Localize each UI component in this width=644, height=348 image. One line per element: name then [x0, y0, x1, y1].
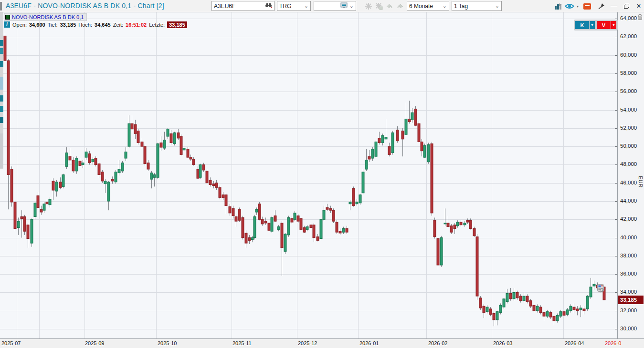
candle-up: [499, 305, 502, 312]
candle-up: [253, 217, 256, 238]
candle-down: [313, 225, 315, 238]
price-axis-tick-label: 64,000: [620, 15, 637, 21]
time-axis-tick-label: 2025-12: [298, 340, 317, 346]
candle-down: [553, 316, 555, 321]
candle-up: [496, 312, 498, 320]
indicator-new-icon[interactable]: [364, 1, 373, 11]
close-button[interactable]: ×: [634, 1, 644, 11]
candles[interactable]: [4, 33, 605, 327]
indicator-add-icon[interactable]: [374, 1, 384, 11]
last-price-axis-tag: 33,185: [618, 296, 644, 304]
candle-up: [31, 219, 33, 243]
candle-down: [460, 222, 462, 225]
low-label: Tief:: [48, 22, 58, 28]
candle-up: [271, 217, 273, 231]
redo-icon[interactable]: [395, 1, 405, 11]
open-label: Open:: [12, 22, 27, 28]
template-select[interactable]: ⌄: [314, 1, 356, 11]
candlestick-chart[interactable]: [0, 0, 644, 348]
candle-up: [570, 306, 572, 311]
candle-up: [546, 312, 549, 317]
candle-down: [52, 181, 54, 190]
price-axis-tick-label: 56,000: [620, 88, 637, 94]
low-value: 33,185: [60, 22, 76, 28]
time-axis[interactable]: 2025-072025-092025-102025-112025-122026-…: [0, 338, 644, 348]
unlock-icon[interactable]: [637, 14, 643, 22]
candle-down: [72, 160, 74, 171]
period-select[interactable]: 6 Monate ⌄: [407, 1, 449, 11]
candle-up: [391, 133, 394, 153]
candle-down: [177, 133, 179, 138]
feed-select[interactable]: TRG ⌄: [277, 1, 311, 11]
candle-down: [281, 223, 283, 248]
candle-down: [317, 237, 319, 241]
candle-down: [40, 209, 42, 212]
binoculars-icon[interactable]: [265, 2, 272, 10]
feed-value: TRG: [279, 3, 302, 10]
candle-down: [242, 217, 244, 237]
sell-button[interactable]: V: [597, 21, 611, 29]
candle-up: [118, 169, 120, 173]
edge-toolbar-fragment: [0, 40, 3, 46]
left-edge-toolbar[interactable]: [0, 12, 3, 169]
open-value: 34,600: [29, 22, 45, 28]
symbol-search-input[interactable]: A3EU6F: [211, 1, 274, 11]
candle-up: [464, 223, 466, 225]
time-axis-tick-label: 2025-10: [158, 340, 177, 346]
quote-infobar: i Open: 34,600 Tief: 33,185 Hoch: 34,645…: [4, 21, 187, 28]
sell-options-caret[interactable]: ▼: [611, 21, 616, 29]
candle-down: [235, 217, 237, 222]
chart-object-zoom-icon[interactable]: [597, 284, 604, 294]
candle-down: [197, 169, 199, 178]
eye-options-caret[interactable]: ▾: [575, 1, 581, 11]
candle-down: [37, 196, 39, 208]
candle-up: [62, 174, 64, 186]
candle-up: [320, 219, 322, 238]
chart-type-icon[interactable]: [554, 1, 563, 11]
time-axis-tick-label: 2026-02: [428, 340, 447, 346]
pin-icon[interactable]: [597, 1, 606, 11]
price-axis-tick-label: 46,000: [620, 180, 637, 185]
candle-up: [65, 153, 68, 167]
price-axis-tick-label: 34,000: [620, 289, 637, 295]
candle-down: [21, 217, 23, 219]
series-legend[interactable]: NOVO-NORDISK AS B DK 0,1: [4, 13, 87, 21]
candle-down: [388, 146, 391, 154]
price-axis-tick-label: 50,000: [620, 143, 637, 149]
candle-up: [49, 199, 51, 205]
undo-icon[interactable]: [385, 1, 394, 11]
price-axis-tick-label: 44,000: [620, 198, 637, 204]
candle-down: [454, 225, 456, 229]
edge-toolbar-fragment: [0, 77, 3, 90]
eye-icon[interactable]: [565, 1, 574, 11]
candle-up: [104, 181, 106, 184]
candle-up: [128, 123, 130, 146]
candle-up: [199, 164, 201, 177]
candle-up: [163, 140, 166, 148]
last-price-badge: 33,185: [167, 21, 187, 28]
candle-up: [405, 119, 407, 135]
candle-down: [493, 314, 495, 320]
restore-button[interactable]: [622, 1, 631, 11]
edge-toolbar-fragment: [0, 117, 3, 123]
candle-up: [590, 287, 592, 297]
candle-up: [444, 223, 446, 224]
archive-box-icon[interactable]: [582, 1, 592, 11]
candle-up: [423, 145, 426, 157]
candle-down: [408, 119, 411, 122]
candle-down: [336, 222, 338, 232]
interval-select[interactable]: 1 Tag ⌄: [452, 1, 502, 11]
buy-options-caret[interactable]: ▼: [590, 21, 595, 29]
candle-down: [192, 159, 195, 164]
candle-up: [556, 315, 559, 320]
info-icon[interactable]: i: [4, 21, 10, 28]
price-axis-tick-label: 32,000: [620, 307, 637, 313]
window-titlebar: A3EU6F - NOVO-NORDISK AS B DK 0,1 - Char…: [0, 0, 644, 12]
candle-up: [362, 172, 364, 193]
series-name: NOVO-NORDISK AS B DK 0,1: [12, 14, 84, 20]
minimize-button[interactable]: —: [609, 0, 619, 10]
candle-up: [121, 163, 124, 171]
buy-button[interactable]: K: [575, 21, 589, 29]
candle-down: [180, 136, 182, 154]
price-axis[interactable]: 33,185 64,00062,00060,00058,00056,00054,…: [618, 12, 644, 338]
